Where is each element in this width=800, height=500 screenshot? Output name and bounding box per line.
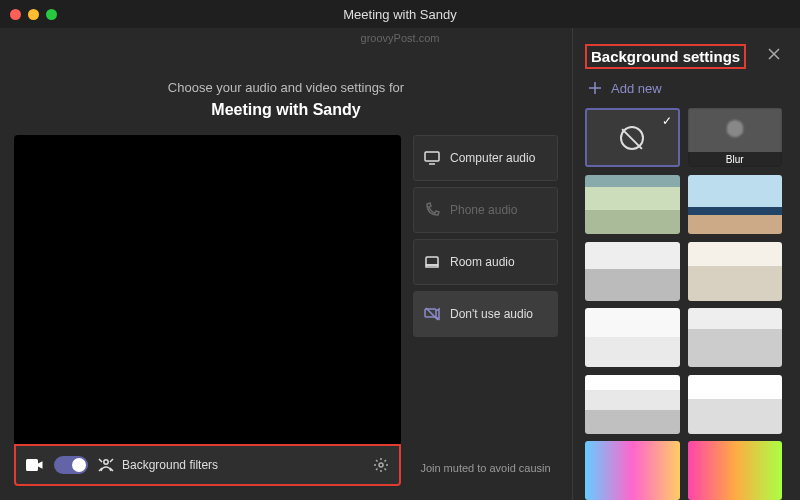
audio-option-computer[interactable]: Computer audio xyxy=(413,135,558,181)
audio-option-label: Phone audio xyxy=(450,203,517,217)
audio-option-none[interactable]: Don't use audio xyxy=(413,291,558,337)
bg-thumb-image[interactable] xyxy=(585,308,680,367)
bg-thumb-image[interactable] xyxy=(585,375,680,434)
camera-icon xyxy=(26,459,44,471)
video-controls-bar: Background filters xyxy=(14,444,401,486)
background-effects-icon xyxy=(98,457,114,473)
audio-option-phone: Phone audio xyxy=(413,187,558,233)
background-filters-label: Background filters xyxy=(122,458,218,472)
meeting-name: Meeting with Sandy xyxy=(14,101,558,119)
audio-option-label: Don't use audio xyxy=(450,307,533,321)
camera-toggle[interactable] xyxy=(54,456,88,474)
close-panel-button[interactable] xyxy=(760,42,788,70)
bg-thumb-image[interactable] xyxy=(688,375,783,434)
svg-point-1 xyxy=(379,463,383,467)
bg-thumb-image[interactable] xyxy=(585,242,680,301)
background-thumbnails: ✓ Blur xyxy=(585,108,788,500)
phone-icon xyxy=(424,202,440,218)
monitor-icon xyxy=(424,150,440,166)
bg-thumb-blur[interactable]: Blur xyxy=(688,108,783,167)
gear-icon xyxy=(373,457,389,473)
audio-option-label: Room audio xyxy=(450,255,515,269)
titlebar: Meeting with Sandy xyxy=(0,0,800,28)
svg-rect-2 xyxy=(425,152,439,161)
join-muted-tip: Join muted to avoid causin xyxy=(413,450,558,486)
window-title: Meeting with Sandy xyxy=(0,7,800,22)
thumb-label: Blur xyxy=(688,152,783,167)
svg-point-0 xyxy=(104,460,108,464)
bg-thumb-image[interactable] xyxy=(688,441,783,500)
add-new-label: Add new xyxy=(611,81,662,96)
plus-icon xyxy=(587,80,603,96)
svg-rect-3 xyxy=(426,257,438,265)
audio-options: Computer audio Phone audio Room audio Do… xyxy=(413,135,558,486)
panel-title: Background settings xyxy=(585,44,746,69)
no-audio-icon xyxy=(424,306,440,322)
bg-thumb-image[interactable] xyxy=(585,175,680,234)
bg-thumb-image[interactable] xyxy=(688,175,783,234)
close-icon xyxy=(766,46,782,62)
settings-button[interactable] xyxy=(373,457,389,473)
background-filters-button[interactable]: Background filters xyxy=(98,457,218,473)
none-icon xyxy=(620,126,644,150)
audio-option-label: Computer audio xyxy=(450,151,535,165)
audio-option-room[interactable]: Room audio xyxy=(413,239,558,285)
bg-thumb-image[interactable] xyxy=(688,308,783,367)
prejoin-instruction: Choose your audio and video settings for xyxy=(14,80,558,95)
bg-thumb-image[interactable] xyxy=(688,242,783,301)
room-icon xyxy=(424,254,440,270)
bg-thumb-none[interactable]: ✓ xyxy=(585,108,680,167)
check-icon: ✓ xyxy=(662,114,672,128)
video-preview xyxy=(14,135,401,444)
add-new-button[interactable]: Add new xyxy=(585,80,788,96)
bg-thumb-image[interactable] xyxy=(585,441,680,500)
background-settings-panel: Background settings Add new ✓ Blur xyxy=(572,28,800,500)
